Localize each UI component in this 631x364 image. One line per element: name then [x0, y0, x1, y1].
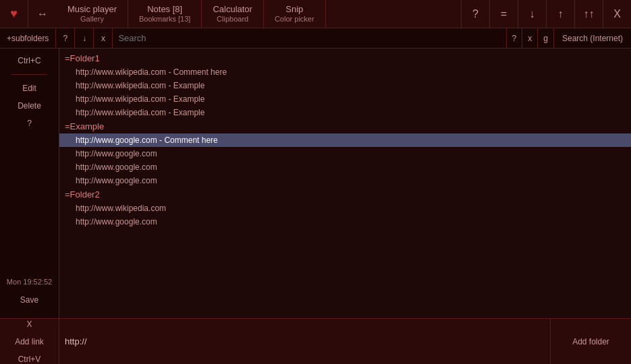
flag-question-button[interactable]: ? [506, 28, 522, 48]
bottom-left: X Add link Ctrl+V [0, 319, 59, 364]
folder-header[interactable]: =Example [59, 119, 631, 133]
nav-tabs: Music player Gallery Notes [8] Bookmarks… [57, 0, 461, 28]
search-input-wrap [113, 28, 505, 48]
top-nav: ♥ ↔ Music player Gallery Notes [8] Bookm… [0, 0, 631, 28]
list-item[interactable]: http://www.google.com [59, 147, 631, 160]
tab-music-player-label: Music player [67, 4, 117, 15]
tab-music-player[interactable]: Music player Gallery [57, 0, 128, 28]
add-folder-button[interactable]: Add folder [567, 334, 615, 349]
sidebar-divider-1 [11, 74, 47, 75]
url-input[interactable] [65, 336, 545, 346]
bottom-right: Add folder [550, 319, 631, 364]
list-item[interactable]: http://www.google.com [59, 215, 631, 229]
equals-icon[interactable]: = [489, 0, 518, 28]
bottom-x-button[interactable]: X [21, 318, 37, 330]
tab-gallery-label: Gallery [80, 15, 104, 24]
tab-calculator-label: Calculator [213, 4, 252, 15]
tab-calculator[interactable]: Calculator Clipboard [202, 0, 264, 28]
sort-up-icon[interactable]: ↑ [546, 0, 574, 28]
bottom-add-link-button[interactable]: Add link [9, 336, 49, 348]
list-item[interactable]: http://www.google.com [59, 174, 631, 187]
search-input[interactable] [113, 33, 505, 43]
main-content: Ctrl+C Edit Delete ? Mon 19:52:52 Save =… [0, 49, 631, 318]
sidebar-delete-button[interactable]: Delete [0, 99, 59, 113]
sort-up-up-icon[interactable]: ↑↑ [574, 0, 603, 28]
folder-header[interactable]: =Folder1 [59, 51, 631, 65]
list-item[interactable]: http://www.wikipedia.com - Example [59, 79, 631, 92]
close-icon[interactable]: X [603, 0, 631, 28]
sidebar-time: Mon 19:52:52 [4, 275, 55, 289]
sidebar-edit-button[interactable]: Edit [0, 82, 59, 95]
notes-area: =Folder1http://www.wikipedia.com - Comme… [59, 49, 631, 318]
search-help-button[interactable]: ? [56, 28, 75, 48]
flag-x-button[interactable]: x [522, 28, 537, 48]
subfolders-button[interactable]: +subfolders [0, 28, 56, 48]
tab-clipboard-label: Clipboard [217, 15, 248, 24]
list-item[interactable]: http://www.wikipedia.com - Comment here [59, 65, 631, 79]
list-item[interactable]: http://www.wikipedia.com - Example [59, 92, 631, 106]
folder-header[interactable]: =Folder2 [59, 187, 631, 202]
search-down-button[interactable]: ↓ [75, 28, 94, 48]
list-item[interactable]: http://www.google.com - Comment here [59, 133, 631, 147]
flag-g-button[interactable]: g [537, 28, 553, 48]
search-internet-button[interactable]: Search (Internet) [553, 28, 631, 48]
sidebar-save-button[interactable]: Save [0, 293, 59, 307]
tab-bookmarks-label: Bookmarks [13] [139, 15, 190, 24]
tab-snip[interactable]: Snip Color picker [264, 0, 326, 28]
tab-notes-label: Notes [8] [147, 4, 182, 15]
search-bar: +subfolders ? ↓ x ? x g Search (Internet… [0, 28, 631, 49]
help-icon[interactable]: ? [461, 0, 489, 28]
list-item[interactable]: http://www.wikipedia.com [59, 202, 631, 215]
search-flags: ? x g Search (Internet) [506, 28, 631, 48]
tab-notes[interactable]: Notes [8] Bookmarks [13] [128, 0, 202, 28]
back-icon[interactable]: ↔ [28, 0, 57, 28]
tab-snip-label: Snip [285, 4, 303, 15]
bottom-ctrl-v-button[interactable]: Ctrl+V [13, 353, 47, 365]
sidebar-help-button[interactable]: ? [0, 117, 59, 130]
nav-right-buttons: ? = ↓ ↑ ↑↑ X [461, 0, 631, 28]
sort-down-icon[interactable]: ↓ [518, 0, 546, 28]
sidebar-ctrl-c-button[interactable]: Ctrl+C [0, 54, 59, 67]
bottom-input-area [59, 319, 550, 364]
search-clear-button[interactable]: x [94, 28, 113, 48]
sidebar: Ctrl+C Edit Delete ? Mon 19:52:52 Save [0, 49, 59, 318]
list-item[interactable]: http://www.wikipedia.com - Example [59, 106, 631, 119]
bottom-bar: X Add link Ctrl+V Add folder [0, 318, 631, 364]
tab-color-picker-label: Color picker [275, 15, 314, 24]
heart-icon[interactable]: ♥ [0, 0, 28, 28]
list-item[interactable]: http://www.google.com [59, 160, 631, 174]
